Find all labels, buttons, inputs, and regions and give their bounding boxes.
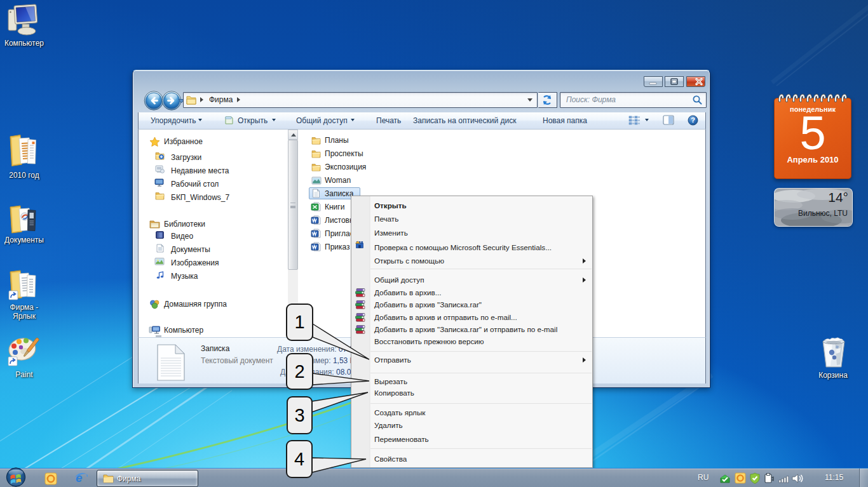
svg-text:?: ?	[691, 116, 695, 124]
